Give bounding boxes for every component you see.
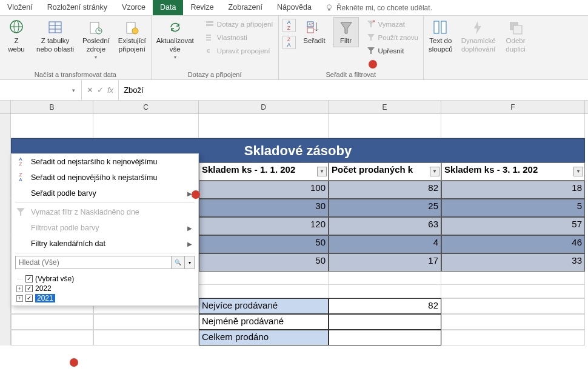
tab-data[interactable]: Data: [153, 0, 183, 15]
clear-filter-item[interactable]: Vymazat filtr z Naskladněno dne: [12, 204, 198, 220]
tell-me[interactable]: Řekněte mi, co chcete udělat.: [319, 0, 438, 15]
cell[interactable]: [441, 298, 585, 314]
formula-input[interactable]: Zboží: [119, 80, 588, 100]
tab-view[interactable]: Zobrazení: [221, 0, 270, 15]
advanced-filter-button[interactable]: Upřesnit: [365, 45, 419, 56]
refresh-all-button[interactable]: Aktualizovat vše ▾: [155, 17, 198, 60]
date-filters-item[interactable]: Filtry kalendářních dat ▶: [12, 236, 198, 252]
filter-button[interactable]: Filtr: [333, 17, 359, 47]
filter-dropdown-icon[interactable]: ▾: [573, 167, 583, 176]
cell[interactable]: 17: [329, 253, 441, 272]
sort-by-color-item[interactable]: Seřadit podle barvy ▶: [12, 185, 198, 201]
cell[interactable]: 25: [329, 199, 441, 217]
sort-button[interactable]: AZ Seřadit: [302, 17, 327, 45]
cell[interactable]: [199, 114, 329, 138]
cell[interactable]: Nejvíce prodávané: [199, 298, 329, 314]
cell[interactable]: 63: [329, 217, 441, 235]
cell[interactable]: 18: [441, 181, 585, 199]
confirm-icon[interactable]: ✓: [97, 85, 104, 95]
cell[interactable]: [329, 330, 441, 346]
cell[interactable]: Celkem prodáno: [199, 330, 329, 346]
fx-icon[interactable]: fx: [107, 85, 113, 95]
cell[interactable]: 57: [441, 217, 585, 235]
text-to-columns-button[interactable]: Text do sloupců: [427, 17, 454, 54]
cell[interactable]: [11, 314, 93, 330]
cell[interactable]: [199, 285, 329, 298]
reapply-button[interactable]: Použít znovu: [365, 32, 419, 43]
cell[interactable]: 120: [199, 217, 329, 235]
sort-oldest-item[interactable]: AZ Seřadit od nejstaršího k nejnovějšímu: [12, 154, 198, 170]
cancel-icon[interactable]: ✕: [87, 85, 93, 95]
remove-duplicates-button[interactable]: Odebr duplici: [503, 17, 529, 54]
cell[interactable]: [441, 272, 585, 285]
col-E[interactable]: E: [329, 101, 441, 113]
name-box[interactable]: ▾: [0, 80, 82, 100]
flash-fill-button[interactable]: Dynamické doplňování: [460, 17, 497, 54]
cell[interactable]: 50: [199, 253, 329, 272]
col-C[interactable]: C: [93, 101, 199, 113]
properties-button[interactable]: Vlastnosti: [204, 32, 275, 43]
cell[interactable]: 33: [441, 253, 585, 272]
expand-icon[interactable]: +: [16, 295, 23, 302]
cell[interactable]: [199, 272, 329, 285]
checkbox-icon[interactable]: ✓: [25, 285, 33, 292]
sort-desc-icon[interactable]: ZA: [282, 36, 296, 49]
chevron-down-icon[interactable]: ▾: [68, 87, 79, 93]
from-web-button[interactable]: Z webu: [4, 17, 29, 54]
cell[interactable]: Nejméně prodávané: [199, 314, 329, 330]
recent-sources-button[interactable]: Poslední zdroje ▾: [81, 17, 111, 60]
cell[interactable]: [11, 114, 93, 138]
tree-year-2022[interactable]: + ✓ 2022: [16, 284, 193, 293]
cell[interactable]: [441, 285, 585, 298]
cell[interactable]: 30: [199, 199, 329, 217]
queries-button[interactable]: Dotazy a připojení: [204, 19, 275, 30]
sort-asc-icon[interactable]: AZ: [282, 19, 296, 32]
existing-conn-button[interactable]: Existující připojení: [117, 17, 147, 54]
tree-select-all[interactable]: ⋯ ✓ (Vybrat vše): [16, 274, 193, 284]
cell[interactable]: 46: [441, 235, 585, 253]
header-skladem3[interactable]: Skladem ks - 3. 1. 202▾: [441, 162, 585, 181]
cell[interactable]: 4: [329, 235, 441, 253]
col-D[interactable]: D: [199, 101, 329, 113]
cell[interactable]: [93, 314, 199, 330]
cell[interactable]: 100: [199, 181, 329, 199]
cell[interactable]: 82: [329, 181, 441, 199]
col-B[interactable]: B: [11, 101, 93, 113]
cell[interactable]: [93, 330, 199, 346]
tab-review[interactable]: Revize: [183, 0, 221, 15]
checkbox-icon[interactable]: ✓: [25, 275, 33, 282]
cell[interactable]: [93, 114, 199, 138]
expand-icon[interactable]: +: [16, 286, 23, 292]
tab-insert[interactable]: Vložení: [0, 0, 40, 15]
cell[interactable]: [11, 330, 93, 346]
cell[interactable]: 50: [199, 235, 329, 253]
header-pocet[interactable]: Počet prodaných k▾: [329, 162, 441, 181]
tab-formulas[interactable]: Vzorce: [115, 0, 153, 15]
cell[interactable]: [441, 330, 585, 346]
search-button[interactable]: 🔍: [172, 256, 185, 269]
sort-newest-item[interactable]: ZA Seřadit od nejnovějšího k nejstaršímu: [12, 170, 198, 185]
checkbox-icon[interactable]: ✓: [25, 295, 33, 302]
col-F[interactable]: F: [441, 101, 585, 113]
clear-filter-button[interactable]: Vymazat: [365, 19, 419, 30]
tab-help[interactable]: Nápověda: [270, 0, 319, 15]
edit-links-button[interactable]: Upravit propojení: [204, 45, 275, 56]
cell[interactable]: [441, 114, 585, 138]
cell[interactable]: [329, 114, 441, 138]
cell[interactable]: [329, 314, 441, 330]
cell[interactable]: [329, 285, 441, 298]
from-table-button[interactable]: Z tabulky nebo oblasti: [35, 17, 75, 54]
filter-dropdown-icon[interactable]: ▾: [317, 167, 327, 176]
filter-search-input[interactable]: [15, 256, 172, 269]
cell[interactable]: [441, 314, 585, 330]
chevron-down-icon[interactable]: ▾: [185, 256, 195, 269]
cell[interactable]: [329, 272, 441, 285]
tab-layout[interactable]: Rozložení stránky: [40, 0, 115, 15]
cell[interactable]: 82: [329, 298, 441, 314]
select-all-triangle[interactable]: [0, 101, 11, 113]
filter-by-color-item[interactable]: Filtrovat podle barvy ▶: [12, 220, 198, 236]
header-skladem1[interactable]: Skladem ks - 1. 1. 202▾: [199, 162, 329, 181]
tree-year-2021[interactable]: + ✓ 2021: [16, 293, 193, 303]
filter-dropdown-icon[interactable]: ▾: [430, 167, 439, 176]
cell[interactable]: 5: [441, 199, 585, 217]
